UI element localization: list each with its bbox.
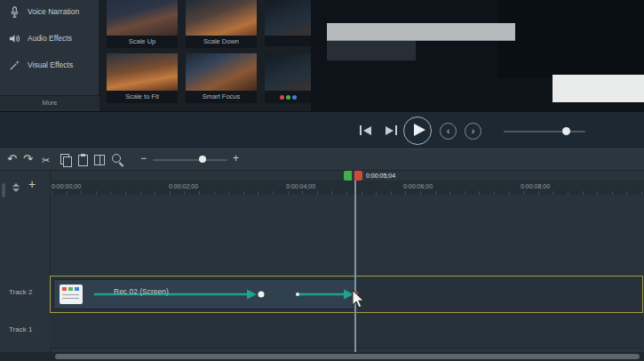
preview-canvas[interactable] [311, 0, 644, 111]
copy-button[interactable] [60, 154, 72, 165]
sidebar-item-label: Audio Effects [28, 34, 72, 43]
track-2-label: Track 2 [9, 288, 32, 296]
effect-thumbnail-smart-focus[interactable]: Smart Focus [186, 53, 257, 100]
effect-label: Scale Down [186, 36, 257, 48]
effect-preview-image [186, 53, 257, 91]
triangle-right-icon [386, 126, 394, 135]
playback-bar: ‹ › [0, 111, 644, 148]
split-button[interactable] [94, 155, 105, 165]
effect-preview-image [265, 0, 311, 36]
clip-label: Rec 02 (Screen) [114, 287, 169, 296]
zoom-button[interactable] [112, 154, 124, 166]
edit-toolbar: ↶ ↷ ✂ − + [0, 148, 644, 171]
undo-icon: ↶ [7, 152, 17, 165]
chevron-left-icon: ‹ [447, 125, 450, 136]
effect-label: Scale to Fit [107, 91, 178, 103]
zoom-out-button[interactable]: − [140, 151, 147, 165]
gutter-handle[interactable] [2, 183, 5, 197]
ruler-tick-label: 0:00:02;00 [169, 183, 198, 189]
effect-preview-image [107, 53, 178, 91]
previous-clip-button[interactable]: ‹ [440, 123, 457, 140]
track-1-row[interactable] [50, 314, 643, 349]
effect-label [265, 36, 311, 40]
animation-arrowhead-icon [344, 290, 354, 300]
playhead-out-handle[interactable] [354, 171, 362, 180]
effect-thumbnail-partial[interactable] [265, 53, 311, 100]
effect-label: Scale Up [107, 36, 178, 48]
playhead-in-handle[interactable] [344, 171, 352, 180]
effect-thumbnail-scale-to-fit[interactable]: Scale to Fit [107, 53, 178, 100]
timeline-ruler[interactable]: 0:00:00;00 0:00:02;00 0:00:04;00 0:00:06… [50, 180, 644, 195]
timeline-panel: + 0:00:00;00 0:00:02;00 0:00:04;00 0:00:… [0, 171, 644, 361]
effect-preview-image [265, 53, 311, 91]
effect-thumbnail-scale-up[interactable]: Scale Up [107, 0, 178, 46]
animation-arrowhead-icon [247, 290, 257, 300]
sidebar-item-voice-narration[interactable]: Voice Narration [0, 0, 99, 23]
rgb-dots-icon [265, 91, 311, 103]
minus-icon: − [140, 152, 147, 164]
playhead-time-label: 0:00:05;04 [366, 172, 395, 179]
animation-end-dot[interactable] [258, 292, 265, 298]
sidebar-item-visual-effects[interactable]: Visual Effects [0, 53, 99, 76]
effects-sidebar: Voice Narration Audio Effects Visual Eff… [0, 0, 99, 109]
preview-dialog-bar [327, 23, 515, 41]
effect-label: Smart Focus [186, 91, 257, 103]
microphone-icon [9, 6, 20, 18]
playhead-marker[interactable] [344, 171, 362, 180]
more-label: More [42, 99, 57, 107]
redo-button[interactable]: ↷ [23, 152, 33, 166]
sidebar-item-label: Voice Narration [28, 7, 79, 16]
undo-button[interactable]: ↶ [7, 152, 17, 166]
timeline-zoom-slider[interactable] [153, 159, 227, 161]
playback-scrub-slider[interactable] [504, 131, 585, 132]
effects-library: Scale Up Scale Down Scale to Fit Smart F… [99, 0, 311, 111]
track-1-label: Track 1 [9, 325, 32, 333]
next-clip-button[interactable]: › [465, 123, 481, 140]
preview-dropdown-region [327, 41, 416, 60]
animation-start-dot[interactable] [296, 293, 299, 296]
sidebar-item-audio-effects[interactable]: Audio Effects [0, 27, 99, 50]
ruler-tick-label: 0:00:08;00 [521, 183, 550, 189]
paste-button[interactable] [78, 155, 88, 166]
playhead-line[interactable] [354, 180, 356, 352]
plus-icon: + [233, 152, 239, 164]
speaker-icon [9, 33, 20, 44]
ruler-tick-label: 0:00:00;00 [52, 183, 81, 189]
scrollbar-handle[interactable] [55, 354, 640, 359]
ruler-tick-label: 0:00:06;00 [403, 183, 433, 189]
chevron-right-icon: › [472, 125, 475, 136]
ruler-tick-label: 0:00:04;00 [286, 183, 315, 189]
chevron-down-icon[interactable] [12, 189, 20, 192]
magic-wand-icon [9, 60, 20, 71]
chevron-up-icon[interactable] [12, 183, 20, 187]
sidebar-item-label: Visual Effects [28, 60, 73, 69]
zoom-slider-knob[interactable] [199, 156, 206, 163]
timeline-scrollbar[interactable] [0, 352, 644, 361]
next-frame-button[interactable] [383, 124, 399, 136]
zoom-in-button[interactable]: + [233, 151, 239, 165]
playback-slider-knob[interactable] [562, 127, 570, 135]
effect-preview-image [107, 0, 178, 36]
frame-bar [360, 125, 362, 135]
cut-button[interactable]: ✂ [42, 153, 50, 167]
effect-thumbnail-scale-down[interactable]: Scale Down [186, 0, 257, 46]
preview-white-panel [553, 75, 644, 102]
plus-icon: + [28, 177, 36, 191]
previous-frame-button[interactable] [358, 124, 374, 136]
more-button[interactable]: More [0, 95, 99, 109]
play-icon [414, 124, 425, 136]
add-track-button[interactable]: + [28, 178, 36, 190]
effect-thumbnail-partial[interactable] [265, 0, 311, 46]
effect-preview-image [186, 0, 257, 36]
triangle-left-icon [363, 126, 371, 135]
scissors-icon: ✂ [42, 155, 50, 165]
preview-video-dark-region [497, 0, 644, 78]
play-button[interactable] [403, 116, 432, 145]
redo-icon: ↷ [23, 152, 33, 165]
frame-bar [395, 125, 397, 135]
